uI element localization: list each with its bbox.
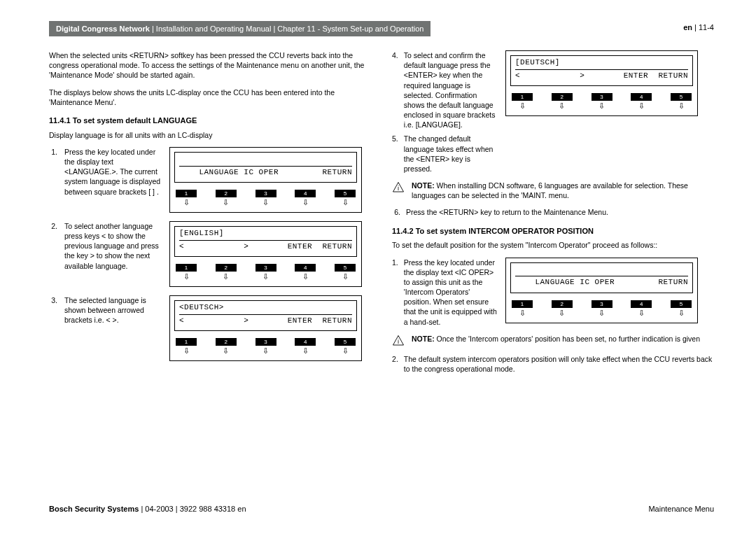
- document-page: Digital Congress Network | Installation …: [0, 0, 756, 534]
- lcd-button-row: 1⇩ 2⇩ 3⇩ 4⇩ 5⇩: [510, 300, 693, 317]
- step-row: 1. Press the key located under the displ…: [49, 147, 371, 213]
- lcd-button-3: 3: [592, 300, 612, 308]
- arrow-icon: ⇩: [183, 347, 190, 355]
- step-text: Press the key located under the display …: [64, 147, 162, 197]
- arrow-icon: ⇩: [223, 199, 229, 206]
- page-lang: en: [683, 23, 692, 31]
- lcd-figure-right-2: LANGUAGE IC OPERRETURN 1⇩ 2⇩ 3⇩ 4⇩ 5⇩: [505, 258, 698, 323]
- arrow-icon: ⇩: [302, 347, 309, 355]
- lcd-figure-1: LANGUAGE IC OPERRETURN 1⇩ 2⇩ 3⇩ 4⇩ 5⇩: [169, 147, 362, 213]
- lcd-screen: LANGUAGE IC OPERRETURN: [510, 262, 693, 293]
- header-title-bold: Digital Congress Network: [56, 24, 150, 33]
- lcd-button-2: 2: [552, 300, 573, 308]
- step-text: To select and confirm the default langua…: [404, 50, 497, 129]
- lcd-button-4: 4: [295, 190, 316, 197]
- lcd-button-1: 1: [512, 300, 533, 308]
- svg-text:i: i: [398, 185, 399, 192]
- step-text: The changed default language takes effec…: [404, 134, 497, 174]
- left-steps: 1. Press the key located under the displ…: [49, 147, 371, 361]
- lcd-button-2: 2: [216, 338, 237, 346]
- step-row: 2. To select another language press keys…: [49, 221, 371, 287]
- arrow-icon: ⇩: [223, 347, 229, 355]
- lcd-button-5: 5: [335, 338, 356, 346]
- lcd-figure-2: [ENGLISH] < >ENTER RETURN 1⇩ 2⇩ 3⇩ 4⇩ 5⇩: [169, 221, 362, 287]
- arrow-icon: ⇩: [678, 102, 685, 110]
- step-row: 3. The selected language is shown betwee…: [49, 295, 371, 361]
- arrow-icon: ⇩: [559, 309, 565, 317]
- intro-para-2: The displays below shows the units LC-di…: [49, 87, 371, 107]
- step-num: 3.: [49, 295, 57, 305]
- arrow-icon: ⇩: [342, 347, 349, 355]
- lcd-button-row: 1⇩ 2⇩ 3⇩ 4⇩ 5⇩: [174, 190, 357, 206]
- arrow-icon: ⇩: [223, 273, 229, 281]
- note-text: NOTE: Once the 'Intercom operators' posi…: [412, 334, 700, 344]
- right-textcol: 4. To select and confirm the default lan…: [392, 50, 497, 174]
- lcd-button-row: 1⇩ 2⇩ 3⇩ 4⇩ 5⇩: [510, 93, 693, 110]
- page-footer: Bosch Security Systems | 04-2003 | 3922 …: [49, 505, 714, 513]
- step-num: 4.: [392, 50, 398, 129]
- lcd-button-4: 4: [631, 300, 652, 308]
- step-text: The selected language is shown between a…: [64, 295, 162, 325]
- lcd-figure-right-1: [DEUTSCH] < >ENTER RETURN 1⇩ 2⇩ 3⇩ 4⇩ 5⇩: [505, 50, 698, 116]
- footer-right: Maintenance Menu: [648, 505, 714, 513]
- step-text: The default system intercom operators po…: [404, 354, 714, 374]
- step-num: 1.: [49, 147, 57, 157]
- arrow-icon: ⇩: [678, 309, 685, 317]
- lcd-button-row: 1⇩ 2⇩ 3⇩ 4⇩ 5⇩: [174, 338, 357, 355]
- lcd-button-4: 4: [631, 93, 652, 101]
- lcd-button-4: 4: [295, 338, 316, 346]
- arrow-icon: ⇩: [183, 199, 190, 206]
- lcd-button-1: 1: [176, 264, 197, 272]
- lcd-button-1: 1: [176, 338, 197, 346]
- lcd-panel: LANGUAGE IC OPERRETURN 1⇩ 2⇩ 3⇩ 4⇩ 5⇩: [505, 258, 698, 323]
- arrow-icon: ⇩: [262, 199, 269, 206]
- section-11-4-1-heading: 11.4.1 To set system default LANGUAGE: [49, 115, 371, 126]
- lcd-screen: <DEUTSCH> < >ENTER RETURN: [174, 300, 357, 331]
- lcd-button-3: 3: [255, 264, 276, 272]
- arrow-icon: ⇩: [519, 102, 526, 110]
- content-columns: When the selected units <RETURN> softkey…: [49, 50, 714, 374]
- step-text: Press the key located under the display …: [404, 258, 497, 327]
- arrow-icon: ⇩: [598, 309, 605, 317]
- intro-para-1: When the selected units <RETURN> softkey…: [49, 50, 371, 80]
- svg-text:i: i: [398, 338, 399, 345]
- lcd-button-1: 1: [512, 93, 533, 101]
- note-icon: i: [392, 335, 405, 347]
- note-icon: i: [392, 181, 405, 194]
- lcd-button-5: 5: [335, 264, 356, 272]
- arrow-icon: ⇩: [342, 199, 349, 206]
- lcd-panel: [ENGLISH] < >ENTER RETURN 1⇩ 2⇩ 3⇩ 4⇩ 5⇩: [169, 221, 362, 287]
- arrow-icon: ⇩: [638, 102, 645, 110]
- right-textcol: 1. Press the key located under the displ…: [392, 258, 497, 327]
- section-2-intro: To set the default position for the syst…: [392, 240, 714, 250]
- right-step-4-5-block: 4. To select and confirm the default lan…: [392, 50, 714, 174]
- step-num: 5.: [392, 134, 398, 174]
- header-bar: Digital Congress Network | Installation …: [49, 21, 430, 36]
- section-subtext: Display language is for all units with a…: [49, 130, 371, 140]
- lcd-screen: [ENGLISH] < >ENTER RETURN: [174, 226, 357, 257]
- header-title-rest: | Installation and Operating Manual | Ch…: [150, 24, 424, 33]
- arrow-icon: ⇩: [638, 309, 645, 317]
- lcd-button-5: 5: [335, 190, 356, 197]
- arrow-icon: ⇩: [342, 273, 349, 281]
- arrow-icon: ⇩: [302, 273, 309, 281]
- arrow-icon: ⇩: [519, 309, 526, 317]
- lcd-button-3: 3: [255, 338, 276, 346]
- lcd-button-row: 1⇩ 2⇩ 3⇩ 4⇩ 5⇩: [174, 264, 357, 281]
- right-column: 4. To select and confirm the default lan…: [392, 50, 714, 374]
- step-num: 6.: [392, 207, 400, 217]
- note-1: i NOTE: When installing DCN software, 6 …: [392, 181, 714, 200]
- lcd-button-2: 2: [216, 190, 237, 197]
- lcd-button-5: 5: [671, 93, 692, 101]
- lcd-screen: LANGUAGE IC OPERRETURN: [174, 152, 357, 183]
- step-num: 1.: [392, 258, 398, 327]
- note-2: i NOTE: Once the 'Intercom operators' po…: [392, 334, 714, 347]
- section-11-4-2-heading: 11.4.2 To set system INTERCOM OPERATOR P…: [392, 226, 714, 237]
- page-idx: | 11-4: [692, 23, 714, 31]
- left-column: When the selected units <RETURN> softkey…: [49, 50, 371, 374]
- step-num: 2.: [392, 354, 398, 374]
- lcd-panel: [DEUTSCH] < >ENTER RETURN 1⇩ 2⇩ 3⇩ 4⇩ 5⇩: [505, 50, 698, 116]
- lcd-button-2: 2: [216, 264, 237, 272]
- lcd-button-4: 4: [295, 264, 316, 272]
- step-num: 2.: [49, 221, 57, 231]
